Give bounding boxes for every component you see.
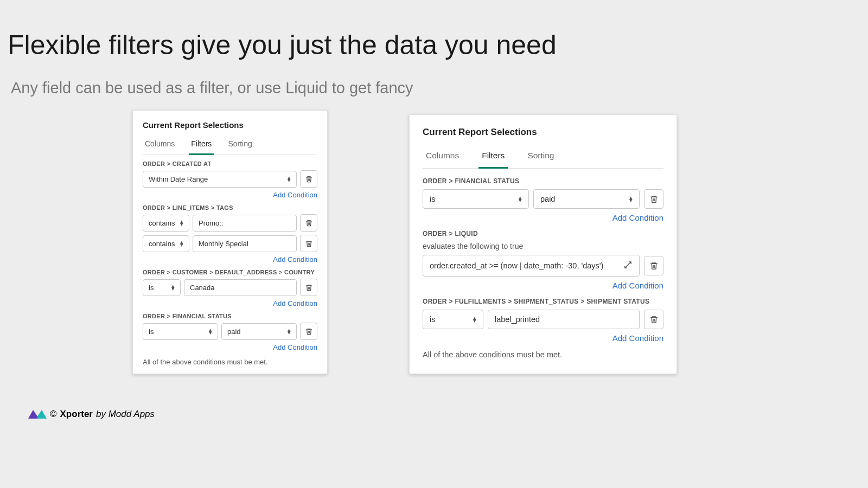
add-condition-link[interactable]: Add Condition xyxy=(423,333,663,343)
trash-icon xyxy=(305,328,313,336)
value-select[interactable]: paid xyxy=(221,323,297,340)
select-value: contains xyxy=(149,219,175,227)
brand-footer: © Xporter by Modd Apps xyxy=(28,409,155,420)
filter-group-label: ORDER > CUSTOMER > DEFAULT_ADDRESS > COU… xyxy=(143,269,317,275)
caret-icon xyxy=(473,317,476,323)
select-value: paid xyxy=(540,195,555,203)
select-value: Within Date Range xyxy=(149,175,208,183)
tabs: Columns Filters Sorting xyxy=(423,146,663,169)
delete-button[interactable] xyxy=(300,279,317,296)
add-condition-link[interactable]: Add Condition xyxy=(143,255,317,264)
add-condition-link[interactable]: Add Condition xyxy=(143,343,317,351)
operator-select[interactable]: is xyxy=(143,323,218,340)
trash-icon xyxy=(305,284,313,292)
card-title: Current Report Selections xyxy=(423,127,663,138)
trash-icon xyxy=(305,175,313,183)
caret-icon xyxy=(288,176,291,182)
delete-button[interactable] xyxy=(300,170,317,188)
input-value: order.created_at >= (now | date_math: -3… xyxy=(430,261,603,270)
page-subheading: Any field can be used as a filter, or us… xyxy=(0,61,868,97)
tab-filters[interactable]: Filters xyxy=(478,146,508,169)
liquid-input[interactable]: order.created_at >= (now | date_math: -3… xyxy=(423,255,640,277)
brand-logo-icon xyxy=(28,409,47,420)
caret-icon xyxy=(519,196,522,202)
select-value: is xyxy=(430,315,435,324)
operator-select[interactable]: contains xyxy=(143,235,189,252)
filter-group-label: ORDER > LIQUID xyxy=(423,230,663,237)
operator-select[interactable]: contains xyxy=(143,215,189,232)
caret-icon xyxy=(288,329,291,335)
operator-select[interactable]: is xyxy=(143,279,181,296)
trash-icon xyxy=(649,315,659,324)
footer-note: All of the above conditions must be met. xyxy=(143,358,317,366)
value-input[interactable]: Monthly Special xyxy=(193,235,297,252)
tab-sorting[interactable]: Sorting xyxy=(226,136,254,155)
value-select[interactable]: paid xyxy=(533,189,640,209)
value-input[interactable]: Promo:: xyxy=(193,215,297,232)
select-value: contains xyxy=(149,240,175,248)
select-value: is xyxy=(430,195,435,203)
trash-icon xyxy=(649,261,659,271)
caret-icon xyxy=(209,329,212,335)
trash-icon xyxy=(305,219,313,227)
filter-sub-label: evaluates the following to true xyxy=(423,242,663,251)
operator-select[interactable]: is xyxy=(423,189,529,209)
add-condition-link[interactable]: Add Condition xyxy=(423,281,663,290)
select-value: paid xyxy=(227,328,241,336)
caret-icon xyxy=(180,241,183,247)
report-card-right: Current Report Selections Columns Filter… xyxy=(409,114,677,374)
tab-filters[interactable]: Filters xyxy=(189,136,214,155)
caret-icon xyxy=(171,285,175,291)
add-condition-link[interactable]: Add Condition xyxy=(143,299,317,307)
delete-button[interactable] xyxy=(300,235,317,252)
delete-button[interactable] xyxy=(300,214,317,232)
trash-icon xyxy=(305,240,313,248)
page-heading: Flexible filters give you just the data … xyxy=(0,0,868,61)
brand-name: Xporter xyxy=(60,409,93,420)
filter-group-label: ORDER > FINANCIAL STATUS xyxy=(423,177,663,185)
delete-button[interactable] xyxy=(644,256,663,275)
value-input[interactable]: Canada xyxy=(184,279,297,296)
date-range-select[interactable]: Within Date Range xyxy=(143,171,297,188)
expand-icon[interactable] xyxy=(623,260,633,271)
tab-columns[interactable]: Columns xyxy=(423,146,462,169)
cards-container: Current Report Selections Columns Filter… xyxy=(0,97,868,374)
brand-byline: by Modd Apps xyxy=(96,409,155,420)
caret-icon xyxy=(629,196,633,202)
filter-group-label: ORDER > LINE_ITEMS > TAGS xyxy=(143,204,317,211)
filter-group-label: ORDER > CREATED AT xyxy=(143,160,317,167)
report-card-left: Current Report Selections Columns Filter… xyxy=(132,110,328,374)
select-value: is xyxy=(149,284,154,292)
delete-button[interactable] xyxy=(644,310,663,329)
tab-sorting[interactable]: Sorting xyxy=(524,146,557,169)
value-input[interactable]: label_printed xyxy=(488,310,640,329)
delete-button[interactable] xyxy=(300,323,317,340)
add-condition-link[interactable]: Add Condition xyxy=(423,213,663,222)
trash-icon xyxy=(649,195,659,204)
select-value: is xyxy=(149,328,154,336)
delete-button[interactable] xyxy=(644,189,663,209)
tab-columns[interactable]: Columns xyxy=(143,136,177,155)
footer-note: All of the above conditions must be met. xyxy=(423,350,663,359)
copyright-symbol: © xyxy=(50,409,57,420)
caret-icon xyxy=(180,220,183,226)
tabs: Columns Filters Sorting xyxy=(143,136,317,155)
card-title: Current Report Selections xyxy=(143,120,317,130)
filter-group-label: ORDER > FINANCIAL STATUS xyxy=(143,313,317,319)
filter-group-label: ORDER > FULFILLMENTS > SHIPMENT_STATUS >… xyxy=(423,298,663,305)
add-condition-link[interactable]: Add Condition xyxy=(143,191,317,199)
operator-select[interactable]: is xyxy=(423,310,483,329)
